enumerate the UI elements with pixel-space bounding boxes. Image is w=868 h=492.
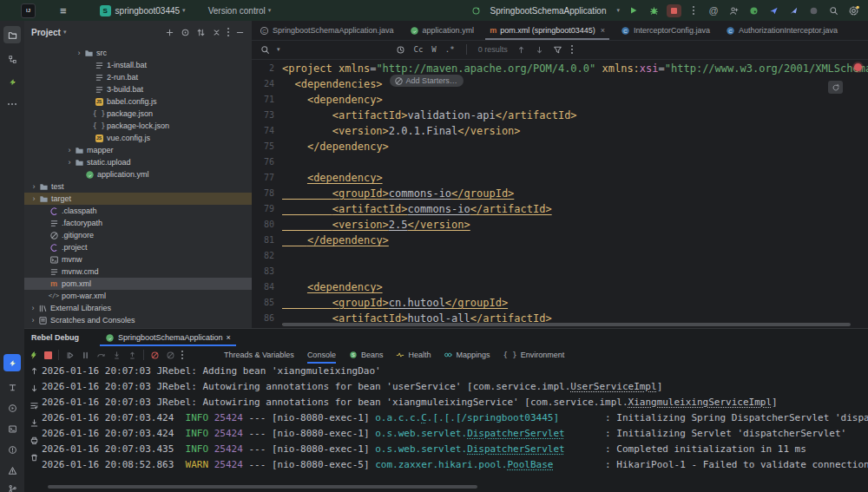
kebab-button[interactable] (687, 4, 700, 16)
run-config-name[interactable]: SpringbootSchemaApplication (490, 6, 607, 16)
tool-strip-git-branch-button[interactable] (3, 480, 21, 492)
kebab-button[interactable] (181, 351, 183, 359)
tree-item-3-build-bat[interactable]: 3-build.bat (24, 83, 252, 95)
main-menu-icon[interactable]: ≡ (60, 5, 67, 16)
tool-strip-jrebel-green-button[interactable] (3, 73, 21, 90)
chevron-right-icon[interactable]: › (29, 304, 37, 312)
bp-mute-button[interactable] (166, 351, 175, 360)
tree-item-babel-config-js[interactable]: JSbabel.config.js (24, 95, 252, 108)
minus-button[interactable] (235, 28, 245, 37)
line-number[interactable]: 85 (252, 295, 282, 311)
bp-red-button[interactable] (150, 351, 160, 360)
step-over-button[interactable] (96, 351, 106, 360)
tree-item-vue-config-js[interactable]: JSvue.config.js (24, 132, 252, 144)
stop-button[interactable] (667, 4, 680, 16)
code-line[interactable]: 84 <dependency> (252, 279, 868, 295)
plus-button[interactable] (165, 28, 174, 37)
step-into-button[interactable] (112, 351, 122, 360)
disabled-circle-button[interactable] (807, 4, 819, 16)
jrebel-sm-button[interactable] (30, 350, 38, 358)
line-number[interactable]: 24 (252, 76, 282, 92)
code-line[interactable]: 71 <dependency> (252, 92, 868, 108)
line-number[interactable]: 80 (252, 217, 282, 233)
console-link[interactable]: PoolBase (507, 459, 553, 470)
tree-item--classpath[interactable]: .classpath (24, 205, 252, 217)
debug-tab-environment[interactable]: { }Environment (503, 346, 564, 364)
code-line[interactable]: 73 <artifactId>validation-api</artifactI… (252, 108, 868, 123)
tool-strip-structure-button[interactable] (3, 50, 21, 68)
tree-item-static-upload[interactable]: ›static.upload (24, 156, 252, 168)
line-number[interactable]: 77 (252, 170, 282, 186)
step-out-button[interactable] (128, 351, 137, 360)
editor-tab[interactable]: CSpringbootSchemaApplication.java (252, 21, 402, 40)
code-line[interactable]: 75 </dependency> (252, 139, 868, 154)
line-number[interactable]: 78 (252, 186, 282, 201)
line-number[interactable]: 71 (252, 92, 282, 108)
profiler-button[interactable] (747, 4, 760, 16)
tree-item-pom-xml[interactable]: mpom.xml (24, 278, 252, 290)
tree-item-external-libraries[interactable]: ›External Libraries (24, 302, 252, 314)
chevron-right-icon[interactable]: › (75, 49, 83, 57)
line-number[interactable]: 82 (252, 248, 282, 264)
swap-button[interactable] (196, 28, 206, 37)
editor-tab[interactable]: CAuthorizationInterceptor.java (718, 21, 845, 40)
tree-item-package-lock-json[interactable]: { }package-lock.json (24, 120, 252, 132)
line-number[interactable]: 75 (252, 139, 282, 154)
code-line[interactable]: 76 (252, 154, 868, 170)
trash-button[interactable] (30, 453, 39, 462)
code-line[interactable]: 80 <version>2.5</version> (252, 217, 868, 233)
line-number[interactable]: 74 (252, 123, 282, 139)
resume-button[interactable] (65, 351, 75, 360)
tree-item-pom-war-xml[interactable]: </>pom-war.xml (24, 290, 252, 302)
console-link[interactable]: UserServiceImpl (570, 381, 656, 392)
console-link[interactable]: DispatcherServlet (467, 428, 565, 439)
more-options-icon[interactable] (571, 45, 573, 54)
tool-strip-run-circle-button[interactable] (3, 399, 21, 417)
tool-strip-terminal-button[interactable] (3, 420, 21, 437)
search-icon[interactable] (260, 45, 270, 55)
chevron-right-icon[interactable]: › (65, 146, 74, 154)
tree-item-scratches-and-consoles[interactable]: ›Scratches and Consoles (24, 314, 252, 326)
line-number[interactable]: 84 (252, 279, 282, 295)
arrow-down2-button[interactable] (30, 384, 39, 393)
code-line[interactable]: 82 (252, 248, 868, 264)
line-number[interactable]: 73 (252, 108, 282, 123)
previous-occurrence-icon[interactable] (516, 45, 526, 55)
arrow-up2-button[interactable] (30, 366, 39, 376)
code-line[interactable]: 24 <dependencies>Add Starters… (252, 76, 868, 92)
tree-item-mapper[interactable]: ›mapper (24, 144, 252, 156)
chevron-right-icon[interactable]: › (30, 182, 38, 191)
tree-item-target[interactable]: ›target (24, 193, 252, 205)
at-button[interactable]: @ (707, 4, 720, 16)
debug-tab-threads-variables[interactable]: Threads & Variables (224, 346, 294, 364)
console-link[interactable]: XiangmuleixingServiceImpl (628, 397, 773, 408)
add-starters-inlay-button[interactable]: Add Starters… (390, 75, 464, 87)
user-plus-button[interactable] (727, 4, 740, 16)
code-line[interactable]: 77 <dependency> (252, 170, 868, 186)
chevron-right-icon[interactable]: › (29, 316, 37, 325)
code-line[interactable]: 2<project xmlns="http://maven.apache.org… (252, 61, 868, 76)
line-number[interactable]: 76 (252, 154, 282, 170)
regex-toggle[interactable]: .* (445, 45, 455, 54)
maven-reload-button[interactable] (828, 81, 843, 94)
filter-icon[interactable] (553, 45, 562, 55)
tool-strip-services-button[interactable] (3, 378, 21, 396)
scrollend-button[interactable] (30, 418, 39, 428)
project-avatar[interactable]: S (100, 5, 111, 16)
next-occurrence-icon[interactable] (535, 45, 544, 55)
console-link[interactable]: DispatcherServlet (467, 443, 565, 455)
vcs-widget[interactable]: Version control (208, 6, 266, 16)
tree-item--project[interactable]: .project (24, 241, 252, 253)
debug-bug-button[interactable] (648, 4, 660, 16)
stop-sm-button[interactable] (44, 351, 52, 359)
tree-item-2-run-bat[interactable]: 2-run.bat (24, 71, 252, 83)
match-case-toggle[interactable]: Cc (414, 45, 424, 54)
tree-item-1-install-bat[interactable]: 1-install.bat (24, 59, 252, 71)
debug-tab-health[interactable]: Health (396, 346, 431, 364)
tool-strip-debug-tool-button[interactable] (3, 354, 21, 371)
jrebel-land-button[interactable] (787, 4, 799, 16)
inspection-error-badge[interactable] (854, 63, 862, 71)
tree-item-test[interactable]: ›test (24, 180, 252, 193)
tree-item-mvnw[interactable]: mvnw (24, 253, 252, 266)
code-line[interactable]: 83 (252, 264, 868, 279)
